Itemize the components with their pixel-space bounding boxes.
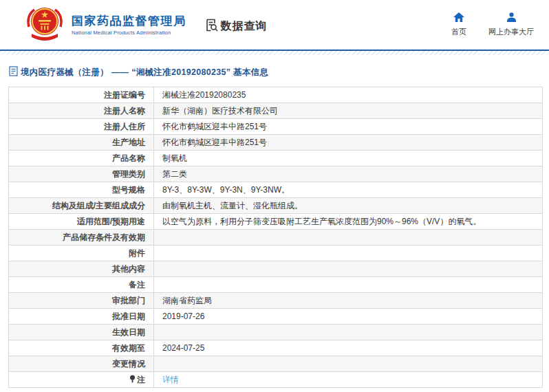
national-emblem-icon (23, 6, 66, 43)
nav-item-home[interactable]: 首页 (447, 12, 471, 37)
table-row: 备注 (9, 277, 543, 293)
data-query-section-link[interactable]: 数据查询 (204, 18, 268, 35)
nav-item-service-hall[interactable]: 网上办事大厅 (488, 12, 534, 37)
document-icon (9, 66, 18, 78)
nmpa-logo-home-link[interactable]: 国家药品监督管理局 National Medical Products Admi… (23, 6, 186, 43)
table-row: 产品名称 制氧机 (9, 151, 543, 166)
table-row: 管理类别 第二类 (9, 166, 543, 182)
table-row: 审批部门 湖南省药监局 (9, 293, 543, 309)
row-label: 审批部门 (9, 293, 154, 309)
table-row: 附件 (9, 246, 543, 261)
row-value (154, 356, 543, 372)
table-row: 其他内容 (9, 261, 543, 277)
row-value (154, 261, 543, 277)
page-title-text: 境内医疗器械（注册） —— “湘械注准20192080235” 基本信息 (21, 67, 268, 78)
page-title: 境内医疗器械（注册） —— “湘械注准20192080235” 基本信息 (9, 66, 549, 78)
decorative-stripe-band (0, 51, 549, 55)
table-row: 注 详情 (9, 372, 543, 388)
row-label: 批准日期 (9, 309, 154, 325)
row-value (154, 277, 543, 293)
row-label: 生效日期 (9, 325, 154, 340)
nav-service-hall-label: 网上办事大厅 (488, 27, 534, 37)
table-row: 适用范围/预期用途 以空气为原料，利用分子筛变压吸附工艺生产氧浓度范围为90%～… (9, 214, 543, 230)
site-header: 国家药品监督管理局 National Medical Products Admi… (0, 0, 549, 51)
row-value: 2019-07-26 (154, 309, 543, 325)
table-row: 型号规格 8Y-3、8Y-3W、9Y-3N、9Y-3NW。 (9, 182, 543, 198)
table-row: 注册人住所 怀化市鹤城区迎丰中路251号 (9, 119, 543, 135)
note-row-label: 注 (9, 372, 154, 388)
row-value: 湖南省药监局 (154, 293, 543, 309)
row-value: 8Y-3、8Y-3W、9Y-3N、9Y-3NW。 (154, 182, 543, 198)
row-label: 管理类别 (9, 166, 154, 182)
row-value: 详情 (154, 372, 543, 388)
row-value: 由制氧机主机、流量计、湿化瓶组成。 (154, 198, 543, 214)
row-label: 附件 (9, 246, 154, 261)
row-label: 变更情况 (9, 356, 154, 372)
row-value: 以空气为原料，利用分子筛变压吸附工艺生产氧浓度范围为90%～96%（V/V）的氧… (154, 214, 543, 230)
row-label: 型号规格 (9, 182, 154, 198)
row-label: 注 (137, 375, 145, 384)
table-row: 产品储存条件及有效期 (9, 230, 543, 246)
table-row: 变更情况 (9, 356, 543, 372)
row-value: 2024-07-25 (154, 340, 543, 356)
table-row: 结构及组成/主要组成成分 由制氧机主机、流量计、湿化瓶组成。 (9, 198, 543, 214)
row-label: 其他内容 (9, 261, 154, 277)
table-row: 生产地址 怀化市鹤城区迎丰中路251号 (9, 135, 543, 151)
data-query-label: 数据查询 (221, 19, 268, 34)
person-icon (506, 12, 517, 25)
nav-home-label: 首页 (451, 27, 466, 37)
row-value: 制氧机 (154, 151, 543, 166)
row-value: 新华（湖南）医疗技术有限公司 (154, 103, 543, 119)
row-value: 怀化市鹤城区迎丰中路251号 (154, 135, 543, 151)
row-value (154, 246, 543, 261)
row-label: 注册证编号 (9, 87, 154, 103)
table-row: 生效日期 (9, 325, 543, 340)
table-row: 有效期至 2024-07-25 (9, 340, 543, 356)
row-value: 第二类 (154, 166, 543, 182)
row-value (154, 230, 543, 246)
note-pin-icon (129, 375, 136, 385)
note-detail-link[interactable]: 详情 (162, 375, 179, 384)
row-value: 湘械注准20192080235 (154, 87, 543, 103)
home-icon (453, 12, 464, 25)
row-label: 生产地址 (9, 135, 154, 151)
org-name-en: National Medical Products Administration (72, 29, 186, 36)
table-row: 注册人名称 新华（湖南）医疗技术有限公司 (9, 103, 543, 119)
row-label: 适用范围/预期用途 (9, 214, 154, 230)
row-label: 注册人名称 (9, 103, 154, 119)
table-row: 批准日期 2019-07-26 (9, 309, 543, 325)
registration-info-table: 注册证编号 湘械注准20192080235 注册人名称 新华（湖南）医疗技术有限… (8, 87, 543, 388)
row-label: 注册人住所 (9, 119, 154, 135)
row-label: 产品名称 (9, 151, 154, 166)
row-value: 怀化市鹤城区迎丰中路251号 (154, 119, 543, 135)
table-row: 注册证编号 湘械注准20192080235 (9, 87, 543, 103)
row-label: 产品储存条件及有效期 (9, 230, 154, 246)
org-name-cn: 国家药品监督管理局 (72, 14, 186, 29)
doc-search-icon (204, 18, 219, 35)
row-label: 有效期至 (9, 340, 154, 356)
row-label: 结构及组成/主要组成成分 (9, 198, 154, 214)
row-value (154, 325, 543, 340)
top-nav: 首页 网上办事大厅 (447, 12, 534, 37)
row-label: 备注 (9, 277, 154, 293)
